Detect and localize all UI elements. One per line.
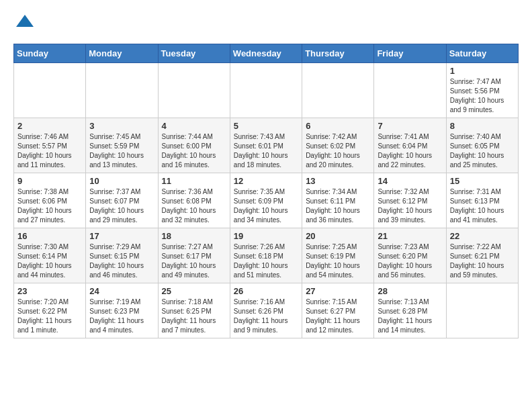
day-number: 12	[234, 176, 298, 186]
calendar-cell: 11Sunrise: 7:36 AM Sunset: 6:08 PM Dayli…	[158, 173, 230, 228]
day-info: Sunrise: 7:46 AM Sunset: 5:57 PM Dayligh…	[17, 132, 82, 170]
weekday-header-wednesday: Wednesday	[230, 44, 302, 63]
day-number: 11	[162, 176, 226, 186]
weekday-header-thursday: Thursday	[302, 44, 374, 63]
calendar-cell: 2Sunrise: 7:46 AM Sunset: 5:57 PM Daylig…	[14, 118, 86, 173]
calendar-cell: 17Sunrise: 7:29 AM Sunset: 6:15 PM Dayli…	[86, 228, 158, 283]
day-number: 8	[450, 121, 515, 131]
logo	[13, 13, 35, 37]
calendar-header-row: SundayMondayTuesdayWednesdayThursdayFrid…	[14, 44, 519, 63]
calendar-cell: 8Sunrise: 7:40 AM Sunset: 6:05 PM Daylig…	[446, 118, 518, 173]
day-number: 20	[306, 231, 370, 241]
day-number: 7	[378, 121, 442, 131]
calendar-cell: 1Sunrise: 7:47 AM Sunset: 5:56 PM Daylig…	[446, 63, 518, 118]
calendar-cell	[446, 283, 518, 338]
calendar-cell: 15Sunrise: 7:31 AM Sunset: 6:13 PM Dayli…	[446, 173, 518, 228]
calendar-cell	[14, 63, 86, 118]
calendar-cell: 9Sunrise: 7:38 AM Sunset: 6:06 PM Daylig…	[14, 173, 86, 228]
day-number: 23	[17, 286, 82, 296]
day-number: 2	[17, 121, 82, 131]
weekday-header-sunday: Sunday	[14, 44, 86, 63]
day-number: 3	[89, 121, 154, 131]
day-info: Sunrise: 7:47 AM Sunset: 5:56 PM Dayligh…	[450, 77, 515, 115]
day-info: Sunrise: 7:16 AM Sunset: 6:26 PM Dayligh…	[234, 298, 298, 335]
day-info: Sunrise: 7:45 AM Sunset: 5:59 PM Dayligh…	[89, 132, 154, 170]
calendar-cell: 26Sunrise: 7:16 AM Sunset: 6:26 PM Dayli…	[230, 283, 302, 338]
day-info: Sunrise: 7:35 AM Sunset: 6:09 PM Dayligh…	[234, 187, 298, 225]
calendar-week-1: 1Sunrise: 7:47 AM Sunset: 5:56 PM Daylig…	[14, 63, 519, 118]
calendar-cell: 4Sunrise: 7:44 AM Sunset: 6:00 PM Daylig…	[158, 118, 230, 173]
calendar-cell: 14Sunrise: 7:32 AM Sunset: 6:12 PM Dayli…	[374, 173, 446, 228]
day-info: Sunrise: 7:31 AM Sunset: 6:13 PM Dayligh…	[450, 187, 515, 225]
svg-marker-0	[16, 15, 34, 27]
day-info: Sunrise: 7:30 AM Sunset: 6:14 PM Dayligh…	[17, 242, 82, 280]
day-number: 26	[234, 286, 298, 296]
calendar-cell: 22Sunrise: 7:22 AM Sunset: 6:21 PM Dayli…	[446, 228, 518, 283]
day-info: Sunrise: 7:36 AM Sunset: 6:08 PM Dayligh…	[162, 187, 226, 225]
calendar-cell	[302, 63, 374, 118]
day-info: Sunrise: 7:20 AM Sunset: 6:22 PM Dayligh…	[17, 298, 82, 335]
calendar-cell: 20Sunrise: 7:25 AM Sunset: 6:19 PM Dayli…	[302, 228, 374, 283]
calendar-cell: 18Sunrise: 7:27 AM Sunset: 6:17 PM Dayli…	[158, 228, 230, 283]
weekday-header-saturday: Saturday	[446, 44, 518, 63]
page-header	[13, 13, 519, 37]
day-number: 28	[378, 286, 442, 296]
day-info: Sunrise: 7:42 AM Sunset: 6:02 PM Dayligh…	[306, 132, 370, 170]
day-info: Sunrise: 7:26 AM Sunset: 6:18 PM Dayligh…	[234, 242, 298, 280]
day-number: 4	[162, 121, 226, 131]
day-info: Sunrise: 7:29 AM Sunset: 6:15 PM Dayligh…	[89, 242, 154, 280]
calendar-cell	[230, 63, 302, 118]
day-number: 19	[234, 231, 298, 241]
day-info: Sunrise: 7:25 AM Sunset: 6:19 PM Dayligh…	[306, 242, 370, 280]
calendar-body: 1Sunrise: 7:47 AM Sunset: 5:56 PM Daylig…	[14, 63, 519, 338]
calendar-cell: 7Sunrise: 7:41 AM Sunset: 6:04 PM Daylig…	[374, 118, 446, 173]
day-info: Sunrise: 7:23 AM Sunset: 6:20 PM Dayligh…	[378, 242, 442, 280]
day-info: Sunrise: 7:37 AM Sunset: 6:07 PM Dayligh…	[89, 187, 154, 225]
day-number: 16	[17, 231, 82, 241]
calendar-week-2: 2Sunrise: 7:46 AM Sunset: 5:57 PM Daylig…	[14, 118, 519, 173]
day-info: Sunrise: 7:41 AM Sunset: 6:04 PM Dayligh…	[378, 132, 442, 170]
calendar-cell: 3Sunrise: 7:45 AM Sunset: 5:59 PM Daylig…	[86, 118, 158, 173]
calendar-week-5: 23Sunrise: 7:20 AM Sunset: 6:22 PM Dayli…	[14, 283, 519, 338]
calendar-cell: 28Sunrise: 7:13 AM Sunset: 6:28 PM Dayli…	[374, 283, 446, 338]
day-number: 24	[89, 286, 154, 296]
day-number: 18	[162, 231, 226, 241]
day-info: Sunrise: 7:38 AM Sunset: 6:06 PM Dayligh…	[17, 187, 82, 225]
calendar-cell: 10Sunrise: 7:37 AM Sunset: 6:07 PM Dayli…	[86, 173, 158, 228]
calendar-cell: 12Sunrise: 7:35 AM Sunset: 6:09 PM Dayli…	[230, 173, 302, 228]
weekday-header-monday: Monday	[86, 44, 158, 63]
day-number: 21	[378, 231, 442, 241]
day-number: 22	[450, 231, 515, 241]
calendar-cell: 25Sunrise: 7:18 AM Sunset: 6:25 PM Dayli…	[158, 283, 230, 338]
day-number: 5	[234, 121, 298, 131]
day-number: 13	[306, 176, 370, 186]
day-number: 25	[162, 286, 226, 296]
day-number: 17	[89, 231, 154, 241]
day-number: 6	[306, 121, 370, 131]
day-number: 14	[378, 176, 442, 186]
day-info: Sunrise: 7:22 AM Sunset: 6:21 PM Dayligh…	[450, 242, 515, 280]
day-number: 10	[89, 176, 154, 186]
day-info: Sunrise: 7:34 AM Sunset: 6:11 PM Dayligh…	[306, 187, 370, 225]
day-number: 27	[306, 286, 370, 296]
day-number: 1	[450, 66, 515, 76]
day-info: Sunrise: 7:27 AM Sunset: 6:17 PM Dayligh…	[162, 242, 226, 280]
calendar-cell: 16Sunrise: 7:30 AM Sunset: 6:14 PM Dayli…	[14, 228, 86, 283]
calendar-week-3: 9Sunrise: 7:38 AM Sunset: 6:06 PM Daylig…	[14, 173, 519, 228]
calendar-cell: 21Sunrise: 7:23 AM Sunset: 6:20 PM Dayli…	[374, 228, 446, 283]
day-info: Sunrise: 7:40 AM Sunset: 6:05 PM Dayligh…	[450, 132, 515, 170]
day-info: Sunrise: 7:13 AM Sunset: 6:28 PM Dayligh…	[378, 298, 442, 335]
calendar-cell: 13Sunrise: 7:34 AM Sunset: 6:11 PM Dayli…	[302, 173, 374, 228]
weekday-header-friday: Friday	[374, 44, 446, 63]
calendar-cell: 5Sunrise: 7:43 AM Sunset: 6:01 PM Daylig…	[230, 118, 302, 173]
logo-icon	[15, 13, 35, 34]
calendar-cell: 19Sunrise: 7:26 AM Sunset: 6:18 PM Dayli…	[230, 228, 302, 283]
calendar-cell: 23Sunrise: 7:20 AM Sunset: 6:22 PM Dayli…	[14, 283, 86, 338]
day-info: Sunrise: 7:15 AM Sunset: 6:27 PM Dayligh…	[306, 298, 370, 335]
calendar-cell: 6Sunrise: 7:42 AM Sunset: 6:02 PM Daylig…	[302, 118, 374, 173]
day-info: Sunrise: 7:18 AM Sunset: 6:25 PM Dayligh…	[162, 298, 226, 335]
day-info: Sunrise: 7:19 AM Sunset: 6:23 PM Dayligh…	[89, 298, 154, 335]
weekday-header-tuesday: Tuesday	[158, 44, 230, 63]
day-info: Sunrise: 7:43 AM Sunset: 6:01 PM Dayligh…	[234, 132, 298, 170]
day-info: Sunrise: 7:32 AM Sunset: 6:12 PM Dayligh…	[378, 187, 442, 225]
